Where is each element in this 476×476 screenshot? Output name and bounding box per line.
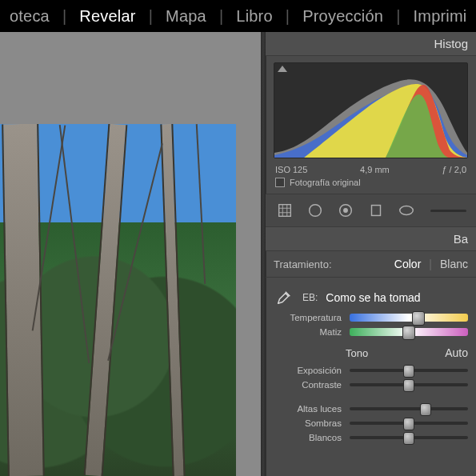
tab-separator: | <box>139 7 162 26</box>
local-tools-strip <box>266 194 476 227</box>
tab-separator: | <box>276 7 299 26</box>
white-balance-dropdown[interactable]: Como se ha tomad <box>326 291 468 304</box>
develop-panel: Histog ISO 125 4,9 mm ƒ / 2,0 Fotografía… <box>266 32 476 476</box>
image-canvas[interactable] <box>0 32 261 476</box>
tab-separator: | <box>53 7 76 26</box>
exposure-slider[interactable] <box>350 369 468 372</box>
graduated-tool-icon[interactable] <box>366 201 386 220</box>
treatment-separator: | <box>429 258 432 270</box>
crop-tool-icon[interactable] <box>275 201 294 220</box>
svg-point-5 <box>400 206 414 215</box>
treatment-bw[interactable]: Blanc <box>440 258 468 270</box>
redeye-tool-icon[interactable] <box>336 201 355 220</box>
treatment-color[interactable]: Color <box>394 258 421 270</box>
module-tab-map[interactable]: Mapa <box>162 7 210 26</box>
module-tab-library[interactable]: oteca <box>6 7 53 26</box>
wb-short-label: EB: <box>302 292 318 303</box>
svg-point-1 <box>310 205 322 217</box>
svg-rect-0 <box>279 205 291 217</box>
spot-tool-icon[interactable] <box>306 201 325 220</box>
white-balance-dropper-icon[interactable] <box>274 287 294 308</box>
basic-title: Ba <box>266 227 476 251</box>
highlights-label: Altas luces <box>274 404 342 414</box>
original-label: Fotografía original <box>290 178 361 187</box>
module-tab-print[interactable]: Imprimi <box>410 7 470 26</box>
tool-size-slider[interactable] <box>430 210 466 212</box>
histogram-meta: ISO 125 4,9 mm ƒ / 2,0 <box>266 162 476 176</box>
temperature-label: Temperatura <box>274 313 342 322</box>
exposure-label: Exposición <box>274 366 342 375</box>
shadows-slider[interactable] <box>350 422 468 425</box>
contrast-slider[interactable] <box>350 383 468 386</box>
highlights-slider[interactable] <box>350 407 468 410</box>
histogram-title: Histog <box>266 32 476 56</box>
meta-focal: 4,9 mm <box>360 165 390 174</box>
whites-slider[interactable] <box>350 436 468 439</box>
svg-point-3 <box>343 208 348 213</box>
tone-group-label: Tono <box>274 347 440 359</box>
radial-tool-icon[interactable] <box>397 201 416 220</box>
module-tab-slideshow[interactable]: Proyección <box>299 7 386 26</box>
module-tab-book[interactable]: Libro <box>233 7 275 26</box>
svg-rect-4 <box>372 206 381 216</box>
meta-iso: ISO 125 <box>275 165 307 174</box>
treatment-label: Tratamiento: <box>274 258 332 270</box>
module-tabs: oteca | Revelar | Mapa | Libro | Proyecc… <box>0 0 476 32</box>
temperature-slider[interactable] <box>350 314 468 322</box>
whites-label: Blancos <box>274 433 342 442</box>
meta-aperture: ƒ / 2,0 <box>442 165 466 174</box>
shadows-label: Sombras <box>274 418 342 428</box>
preview-image <box>0 124 236 476</box>
histogram-chart[interactable] <box>274 62 468 158</box>
contrast-label: Contraste <box>274 380 342 390</box>
tint-slider[interactable] <box>350 328 468 336</box>
module-tab-develop[interactable]: Revelar <box>76 7 138 26</box>
tab-separator: | <box>386 7 410 26</box>
auto-tone-button[interactable]: Auto <box>440 345 468 361</box>
tab-separator: | <box>210 7 233 26</box>
shadow-clip-icon[interactable] <box>278 66 287 72</box>
original-checkbox[interactable] <box>275 178 285 187</box>
tint-label: Matiz <box>274 327 342 337</box>
